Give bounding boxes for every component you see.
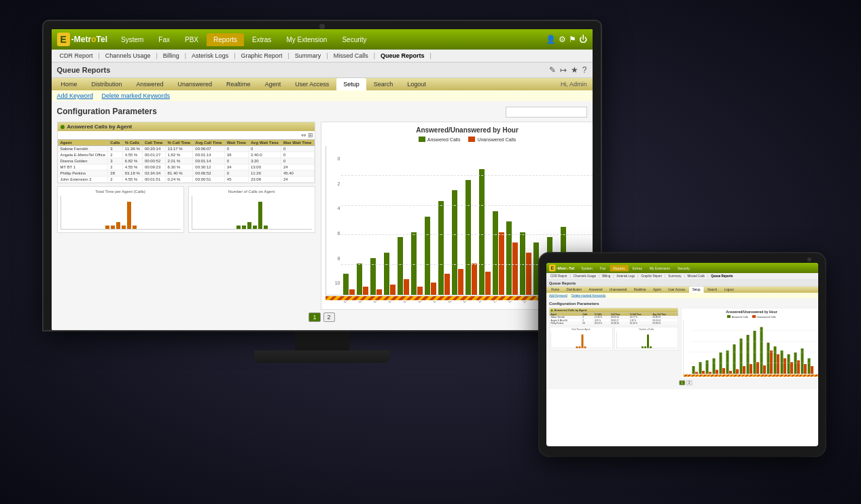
- tablet-sep4: |: [637, 274, 638, 278]
- sub-nav-channels[interactable]: Channels Usage: [101, 51, 155, 60]
- nav-tab-reports[interactable]: Reports: [207, 33, 244, 46]
- bar-2: [111, 226, 115, 229]
- tab-distribution[interactable]: Distribution: [85, 78, 129, 90]
- bar-unanswered-2: [376, 289, 382, 295]
- charts-row: Answered Calls by Agent ⇔ ⊞: [57, 122, 587, 310]
- tab-setup[interactable]: Setup: [336, 78, 366, 90]
- queue-header: Queue Reports ✎ ↦ ★ ?: [52, 62, 593, 78]
- cell-3-5: 00:30:12: [193, 164, 225, 170]
- edit-icon[interactable]: ✎: [549, 65, 556, 75]
- nav-tab-fax[interactable]: Fax: [152, 33, 177, 46]
- table-body: Sabine Farrokh311.36 %00:20:1413.17 %00:…: [58, 146, 314, 183]
- tab-unanswered[interactable]: Unanswered: [171, 78, 219, 90]
- tab-home[interactable]: Home: [54, 78, 84, 90]
- table-header-bar: Answered Calls by Agent: [58, 122, 315, 131]
- sub-nav-queue[interactable]: Queue Reports: [376, 51, 429, 60]
- small-chart-time-title: Total Time per Agent (Calls): [60, 190, 181, 194]
- tablet-bar-group-3: [712, 359, 718, 374]
- tablet-green-dot: [550, 309, 552, 311]
- separator6: |: [326, 52, 328, 59]
- grid-80: [341, 175, 593, 176]
- tablet-bar-group-10: [760, 327, 766, 374]
- top-nav: System Fax PBX Reports Extras My Extensi…: [114, 33, 374, 46]
- cell-4-6: 0: [224, 170, 248, 177]
- tablet-logo-e: E: [549, 265, 556, 272]
- col-calltime: Call Time: [142, 140, 165, 146]
- tablet-bar-ans-3: [712, 359, 715, 374]
- tab-search[interactable]: Search: [367, 78, 400, 90]
- tablet-grid-80: [691, 330, 818, 331]
- tab-realtime[interactable]: Realtime: [219, 78, 258, 90]
- bar-g3: [247, 222, 251, 229]
- tablet-nav-system: System: [578, 265, 596, 272]
- hi-admin-label: Hi, Admin: [561, 81, 590, 88]
- cell-4-5: 00:06:52: [193, 170, 225, 177]
- sub-nav-billing[interactable]: Billing: [159, 51, 183, 60]
- sub-nav-graphic[interactable]: Graphic Report: [236, 51, 286, 60]
- tab-agent[interactable]: Agent: [258, 78, 288, 90]
- table-export-icon[interactable]: ⊞: [308, 132, 313, 139]
- cell-4-4: 81.40 %: [165, 170, 193, 177]
- tablet-bar-group-17: [807, 359, 813, 374]
- legend-answered-label: Answered Calls: [427, 137, 461, 142]
- page-1-btn[interactable]: 1: [309, 312, 320, 322]
- col-pct-calls: % Calls: [122, 140, 142, 146]
- tablet-queue-header: Queue Reports: [546, 280, 818, 287]
- cell-1-8: 0: [281, 152, 314, 158]
- nav-tab-extras[interactable]: Extras: [245, 33, 278, 46]
- bar-unanswered-9: [472, 264, 477, 295]
- export-icon[interactable]: ↦: [560, 65, 567, 75]
- star-icon[interactable]: ★: [571, 65, 578, 75]
- tablet-cell-3-1: Phillip Perkins: [549, 322, 581, 325]
- second-nav: Home Distribution Answered Unanswered Re…: [52, 78, 593, 90]
- settings-icon: ⚙: [559, 35, 566, 44]
- help-icon[interactable]: ?: [582, 65, 587, 75]
- sub-nav-summary[interactable]: Summary: [291, 51, 326, 60]
- cell-4-2: 63.18 %: [122, 170, 142, 177]
- tab-logout[interactable]: Logout: [400, 78, 433, 90]
- bar-group-12: [506, 221, 518, 295]
- tablet-logo: E -MetroTel: [549, 265, 574, 272]
- bar-group-8: [452, 190, 463, 295]
- tablet-tab-rt: Realtime: [630, 287, 649, 293]
- tablet-sc-calls-title: Number of Calls: [616, 329, 677, 331]
- tablet-bar-unans-10: [763, 365, 766, 374]
- x-label-7: 08:09:19: [447, 301, 459, 304]
- search-input[interactable]: [506, 107, 587, 118]
- tablet-app-inner: E -MetroTel System Fax Reports Extras My…: [546, 263, 818, 389]
- nav-tab-security[interactable]: Security: [335, 33, 373, 46]
- nav-tab-myextension[interactable]: My Extension: [279, 33, 334, 46]
- cell-0-0: Sabine Farrokh: [58, 146, 108, 152]
- cell-0-4: 13.17 %: [165, 146, 193, 152]
- cell-1-4: 1.82 %: [165, 152, 193, 158]
- sub-nav-cdr[interactable]: CDR Report: [56, 51, 97, 60]
- tab-answered[interactable]: Answered: [130, 78, 171, 90]
- pagination: 1 2: [57, 310, 587, 325]
- table-resize-icon[interactable]: ⇔: [301, 132, 306, 139]
- tab-useraccess[interactable]: User Access: [288, 78, 336, 90]
- delete-keyword-link[interactable]: Delete marked Keywords: [102, 92, 171, 99]
- page-2-btn[interactable]: 2: [323, 312, 335, 322]
- tablet-tab-logout: Logout: [720, 287, 737, 293]
- cell-2-0: Dianna Golden: [58, 158, 108, 164]
- tablet-queue-title: Queue Reports: [549, 281, 576, 285]
- col-calls: Calls: [108, 140, 122, 146]
- tablet-bar-group-7: [739, 339, 745, 374]
- nav-tab-pbx[interactable]: PBX: [178, 33, 205, 46]
- nav-tab-system[interactable]: System: [114, 33, 150, 46]
- add-keyword-link[interactable]: Add Keyword: [57, 92, 94, 99]
- tablet-bar-unans-14: [790, 362, 793, 374]
- small-chart-calls-title: Number of Calls on Agent: [192, 190, 312, 194]
- tablet-bar-ans-11: [767, 343, 769, 374]
- sub-nav-missed[interactable]: Missed Calls: [330, 51, 372, 60]
- x-label-1: 02:09:19: [357, 301, 370, 304]
- sub-nav-asterisk[interactable]: Asterisk Logs: [188, 51, 232, 60]
- cell-3-4: 6.30 %: [165, 164, 193, 170]
- tablet-del-kw: Delete marked Keywords: [572, 294, 605, 298]
- cell-4-0: Phillip Perkins: [58, 170, 108, 177]
- bar-unanswered-1: [363, 287, 368, 295]
- bar-answered-4: [398, 237, 403, 295]
- bar-unanswered-8: [458, 269, 463, 295]
- monitor-neck: [295, 330, 349, 350]
- table-row-5: John Extension 224.55 %00:01:510.24 %00:…: [58, 177, 314, 183]
